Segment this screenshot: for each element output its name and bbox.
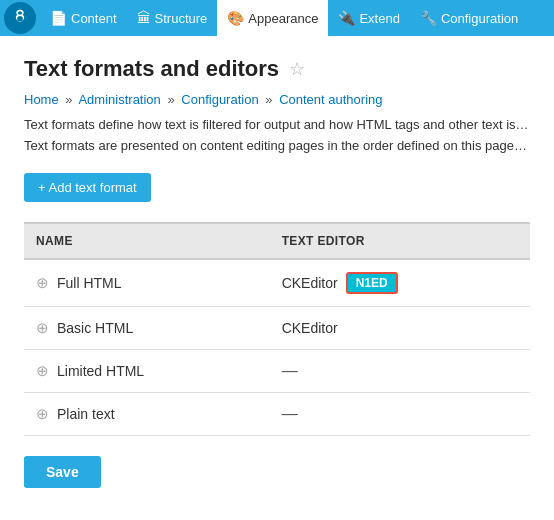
format-name: Plain text (57, 406, 115, 422)
editor-cell: — (270, 393, 530, 436)
col-editor: TEXT EDITOR (270, 223, 530, 259)
extend-icon: 🔌 (338, 10, 355, 26)
editor-name: CKEditor (282, 320, 338, 336)
format-name: Full HTML (57, 275, 122, 291)
table-row: ⊕ Full HTML CKEditor N1ED (24, 259, 530, 307)
nav-content[interactable]: 📄 Content (40, 0, 127, 36)
breadcrumb-home[interactable]: Home (24, 92, 59, 107)
breadcrumb-sep-2: » (167, 92, 174, 107)
page-content: Text formats and editors ☆ Home » Admini… (0, 36, 554, 520)
table-header-row: NAME TEXT EDITOR (24, 223, 530, 259)
table-row: ⊕ Basic HTML CKEditor (24, 307, 530, 350)
name-cell: ⊕ Limited HTML (24, 350, 270, 393)
col-name: NAME (24, 223, 270, 259)
formats-table: NAME TEXT EDITOR ⊕ Full HTML CKEditor N1… (24, 222, 530, 436)
no-editor-dash: — (282, 362, 298, 379)
n1ed-badge[interactable]: N1ED (346, 272, 398, 294)
breadcrumb-configuration[interactable]: Configuration (181, 92, 258, 107)
name-cell: ⊕ Plain text (24, 393, 270, 436)
editor-cell: CKEditor (270, 307, 530, 350)
format-name: Basic HTML (57, 320, 133, 336)
nav-appearance[interactable]: 🎨 Appearance (217, 0, 328, 36)
no-editor-dash: — (282, 405, 298, 422)
nav-structure[interactable]: 🏛 Structure (127, 0, 218, 36)
drag-handle-icon[interactable]: ⊕ (36, 274, 49, 292)
name-cell: ⊕ Basic HTML (24, 307, 270, 350)
format-name: Limited HTML (57, 363, 144, 379)
save-button[interactable]: Save (24, 456, 101, 488)
name-cell: ⊕ Full HTML (24, 259, 270, 307)
config-icon: 🔧 (420, 10, 437, 26)
add-text-format-button[interactable]: + Add text format (24, 173, 151, 202)
description-1: Text formats define how text is filtered… (24, 117, 530, 132)
nav-configuration[interactable]: 🔧 Configuration (410, 0, 528, 36)
drupal-logo[interactable] (4, 2, 36, 34)
drag-handle-icon[interactable]: ⊕ (36, 362, 49, 380)
editor-cell: — (270, 350, 530, 393)
drag-handle-icon[interactable]: ⊕ (36, 405, 49, 423)
drag-handle-icon[interactable]: ⊕ (36, 319, 49, 337)
editor-name: CKEditor (282, 275, 338, 291)
breadcrumb-administration[interactable]: Administration (78, 92, 160, 107)
table-row: ⊕ Limited HTML — (24, 350, 530, 393)
content-icon: 📄 (50, 10, 67, 26)
table-row: ⊕ Plain text — (24, 393, 530, 436)
structure-icon: 🏛 (137, 10, 151, 26)
appearance-icon: 🎨 (227, 10, 244, 26)
page-title: Text formats and editors (24, 56, 279, 82)
editor-cell: CKEditor N1ED (270, 259, 530, 307)
breadcrumb-sep-1: » (65, 92, 72, 107)
description-2: Text formats are presented on content ed… (24, 138, 530, 153)
top-nav: 📄 Content 🏛 Structure 🎨 Appearance 🔌 Ext… (0, 0, 554, 36)
bookmark-star-icon[interactable]: ☆ (289, 58, 305, 80)
breadcrumb-content-authoring[interactable]: Content authoring (279, 92, 382, 107)
page-title-row: Text formats and editors ☆ (24, 56, 530, 82)
breadcrumb: Home » Administration » Configuration » … (24, 92, 530, 107)
nav-extend[interactable]: 🔌 Extend (328, 0, 409, 36)
breadcrumb-sep-3: » (265, 92, 272, 107)
